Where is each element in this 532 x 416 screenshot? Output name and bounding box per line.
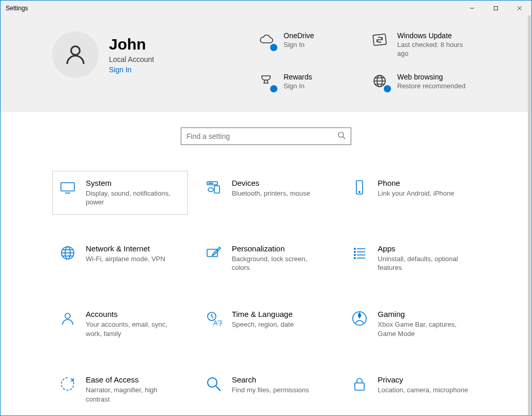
svg-rect-20	[208, 188, 213, 191]
svg-rect-43	[355, 383, 364, 390]
svg-point-22	[359, 191, 360, 193]
status-title: Windows Update	[397, 31, 475, 40]
category-search[interactable]: Search Find my files, permissions	[198, 367, 334, 411]
status-tile-rewards[interactable]: Rewards Sign In	[258, 73, 366, 91]
svg-point-35	[354, 258, 355, 259]
status-tile-windows-update[interactable]: Windows Update Last checked: 8 hours ago	[371, 31, 480, 58]
category-sub: Your accounts, email, sync, work, family	[86, 320, 179, 338]
category-sub: Link your Android, iPhone	[378, 189, 454, 198]
scrollbar[interactable]	[528, 15, 531, 415]
gaming-icon	[351, 310, 368, 327]
category-title: Network & Internet	[86, 244, 165, 253]
devices-icon	[205, 179, 223, 196]
category-title: Personalization	[232, 244, 325, 253]
svg-text:A字: A字	[213, 319, 223, 327]
profile-name: John	[109, 36, 154, 53]
category-ease-of-access[interactable]: Ease of Access Narrator, magnifier, high…	[52, 367, 188, 411]
sync-icon	[371, 31, 390, 50]
svg-rect-1	[494, 7, 498, 10]
close-button[interactable]	[508, 1, 531, 16]
minimize-button[interactable]	[460, 1, 484, 16]
category-sub: Xbox Game Bar, captures, Game Mode	[378, 320, 471, 338]
category-sub: Speech, region, date	[232, 320, 294, 329]
svg-point-31	[354, 251, 355, 252]
apps-icon	[351, 244, 368, 262]
category-sub: Background, lock screen, colors	[232, 254, 325, 273]
phone-icon	[351, 179, 368, 196]
svg-point-11	[338, 132, 343, 137]
svg-point-29	[354, 248, 355, 249]
header-area: John Local Account Sign In OneDrive Sign…	[1, 16, 531, 112]
search-input[interactable]	[186, 132, 337, 140]
accounts-icon	[59, 310, 76, 327]
window-title: Settings	[6, 5, 28, 12]
status-sub: Last checked: 8 hours ago	[397, 41, 475, 58]
status-title: OneDrive	[284, 31, 314, 40]
maximize-button[interactable]	[484, 1, 508, 16]
search-category-icon	[205, 375, 223, 393]
category-sub: Location, camera, microphone	[378, 386, 468, 395]
svg-point-37	[65, 313, 70, 318]
status-sub: Restore recommended	[397, 82, 465, 91]
svg-point-18	[212, 183, 213, 184]
profile-block[interactable]: John Local Account Sign In	[52, 31, 154, 78]
category-title: Privacy	[378, 375, 468, 384]
titlebar: Settings	[1, 1, 531, 16]
time-language-icon: A字	[205, 310, 223, 327]
category-apps[interactable]: Apps Uninstall, defaults, optional featu…	[344, 236, 480, 280]
category-title: Accounts	[86, 310, 179, 318]
category-sub: Uninstall, defaults, optional features	[378, 254, 471, 273]
category-title: Gaming	[378, 310, 471, 318]
rewards-icon	[258, 73, 276, 91]
category-phone[interactable]: Phone Link your Android, iPhone	[344, 171, 480, 215]
svg-line-42	[216, 386, 221, 391]
globe-icon	[59, 244, 76, 262]
category-personalization[interactable]: Personalization Background, lock screen,…	[198, 236, 334, 280]
category-title: Devices	[232, 179, 310, 187]
svg-point-17	[210, 183, 211, 184]
status-tiles: OneDrive Sign In Windows Update Last che…	[258, 31, 480, 91]
cloud-icon	[258, 31, 276, 50]
status-tile-onedrive[interactable]: OneDrive Sign In	[258, 31, 366, 58]
category-title: Apps	[378, 244, 471, 253]
category-privacy[interactable]: Privacy Location, camera, microphone	[344, 367, 480, 411]
svg-line-12	[343, 137, 345, 139]
category-sub: Bluetooth, printers, mouse	[232, 189, 310, 198]
svg-rect-19	[214, 186, 220, 193]
search-box[interactable]	[181, 127, 351, 145]
system-icon	[59, 179, 76, 196]
category-sub: Narrator, magnifier, high contrast	[86, 386, 179, 404]
category-title: System	[86, 179, 179, 187]
category-sub: Find my files, permissions	[232, 386, 309, 395]
main-area: System Display, sound, notifications, po…	[1, 112, 531, 416]
lock-icon	[351, 375, 368, 393]
profile-account-type: Local Account	[109, 55, 154, 63]
category-system[interactable]: System Display, sound, notifications, po…	[52, 171, 188, 215]
svg-rect-13	[61, 183, 74, 191]
globe-icon	[371, 73, 390, 91]
category-accounts[interactable]: Accounts Your accounts, email, sync, wor…	[52, 302, 188, 346]
window-controls	[460, 1, 531, 16]
profile-signin-link[interactable]: Sign In	[109, 66, 154, 74]
status-tile-web-browsing[interactable]: Web browsing Restore recommended	[371, 73, 480, 91]
category-title: Time & Language	[232, 310, 294, 318]
personalization-icon	[205, 244, 223, 262]
category-devices[interactable]: Devices Bluetooth, printers, mouse	[198, 171, 334, 215]
svg-point-4	[71, 46, 80, 55]
category-sub: Wi-Fi, airplane mode, VPN	[86, 254, 165, 264]
avatar	[52, 31, 99, 78]
svg-point-33	[354, 254, 355, 255]
ease-of-access-icon	[59, 375, 76, 393]
status-title: Rewards	[284, 73, 312, 81]
category-time-language[interactable]: A字 Time & Language Speech, region, date	[198, 302, 334, 346]
status-title: Web browsing	[397, 73, 465, 81]
category-sub: Display, sound, notifications, power	[86, 189, 179, 207]
svg-point-41	[208, 378, 217, 387]
status-sub: Sign In	[284, 41, 314, 50]
categories-grid: System Display, sound, notifications, po…	[52, 171, 480, 416]
category-gaming[interactable]: Gaming Xbox Game Bar, captures, Game Mod…	[344, 302, 480, 346]
category-title: Phone	[378, 179, 454, 187]
category-network[interactable]: Network & Internet Wi-Fi, airplane mode,…	[52, 236, 188, 280]
search-icon	[337, 131, 346, 141]
svg-point-16	[209, 183, 210, 184]
